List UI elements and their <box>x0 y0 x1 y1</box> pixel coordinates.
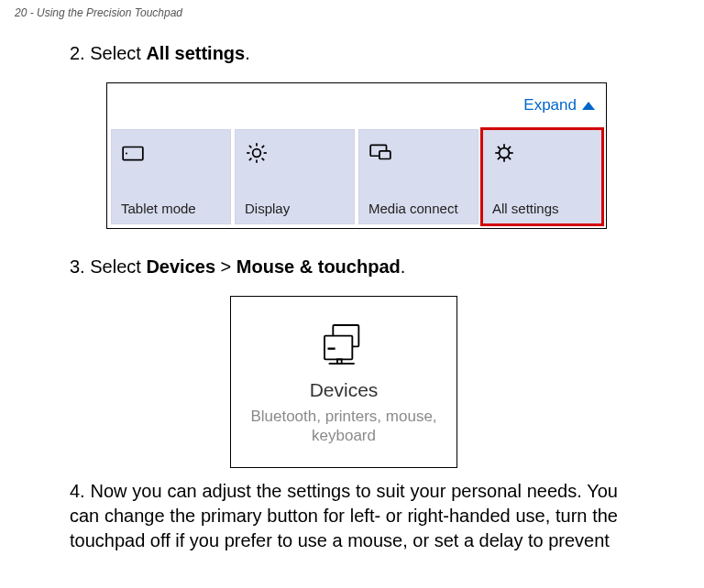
chevron-up-icon <box>582 102 595 110</box>
tablet-mode-icon <box>121 141 145 165</box>
step-3-number: 3. <box>70 255 85 279</box>
step-4-number: 4. <box>70 479 85 504</box>
page-header: 20 - Using the Precision Touchpad <box>0 0 704 19</box>
step-2-suffix: . <box>245 43 250 63</box>
step-4: 4. Now you can adjust the settings to su… <box>70 479 618 553</box>
expand-link[interactable]: Expand <box>523 96 595 114</box>
svg-point-13 <box>500 148 510 158</box>
svg-line-21 <box>508 147 511 149</box>
svg-line-8 <box>262 158 264 160</box>
step-2-number: 2. <box>70 41 85 66</box>
step-3-sep: > <box>215 256 236 277</box>
tile-all-settings[interactable]: All settings <box>482 129 602 224</box>
quick-actions-figure: Expand Tablet mode <box>106 82 607 229</box>
step-3: 3. Select Devices > Mouse & touchpad. <box>70 255 618 279</box>
step-3-prefix: Select <box>90 256 146 277</box>
devices-subtitle: Bluetooth, printers, mouse, keyboard <box>231 407 456 446</box>
tile-display[interactable]: Display <box>235 129 355 224</box>
devices-title: Devices <box>310 379 379 401</box>
devices-icon <box>318 319 369 370</box>
svg-line-9 <box>249 158 251 160</box>
step-3-suffix: . <box>401 256 406 277</box>
gear-icon <box>492 141 516 165</box>
svg-line-7 <box>249 146 251 147</box>
svg-line-18 <box>498 147 500 149</box>
step-2: 2. Select All settings. <box>70 41 618 66</box>
svg-rect-12 <box>380 151 390 159</box>
svg-point-1 <box>126 153 127 155</box>
tile-media-connect[interactable]: Media connect <box>358 129 478 224</box>
tile-tablet-mode[interactable]: Tablet mode <box>111 129 231 224</box>
tile-label: Display <box>245 201 345 216</box>
expand-label: Expand <box>523 96 577 114</box>
media-connect-icon <box>368 141 392 165</box>
step-3-bold1: Devices <box>146 256 215 277</box>
tile-label: Media connect <box>368 201 468 216</box>
svg-line-20 <box>498 157 500 159</box>
tile-label: All settings <box>492 201 592 216</box>
svg-rect-26 <box>328 347 336 349</box>
svg-line-10 <box>262 146 264 147</box>
svg-line-19 <box>508 157 511 159</box>
step-2-prefix: Select <box>90 43 146 63</box>
devices-tile-figure: Devices Bluetooth, printers, mouse, keyb… <box>230 296 457 468</box>
brightness-icon <box>245 141 269 165</box>
tile-label: Tablet mode <box>121 201 221 216</box>
svg-point-2 <box>253 149 261 158</box>
step-2-bold: All settings <box>146 43 245 63</box>
step-4-text: Now you can adjust the settings to suit … <box>70 481 618 550</box>
step-3-bold2: Mouse & touchpad <box>236 256 401 277</box>
